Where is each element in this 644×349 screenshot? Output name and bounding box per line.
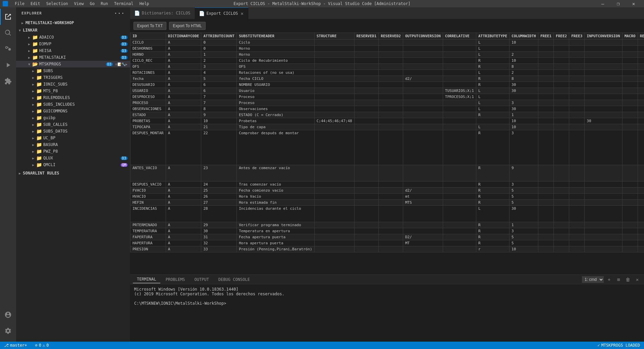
export-txt-button[interactable]: Export To TXT [133, 22, 166, 30]
sidebar-item-basura[interactable]: ▶ 📁 BASURA [16, 141, 130, 148]
menu-go[interactable]: Go [87, 1, 97, 6]
tab-close-button[interactable]: ✕ [240, 10, 244, 17]
cell-8-13 [569, 88, 585, 94]
cell-25-14 [585, 240, 622, 246]
workspace-header[interactable]: ▶ METALSTALKI-WORKSHOP [16, 19, 130, 27]
sidebar-item-subs[interactable]: ▶ 📁 SUBS [16, 67, 130, 74]
sidebar-item-qmcli[interactable]: ▶ 📁 QMCLI QM [16, 161, 130, 168]
tab-export-label: Export CICLOS [207, 11, 238, 16]
close-button[interactable]: ✕ [626, 0, 641, 7]
menu-help[interactable]: Help [137, 1, 152, 6]
terminal-content[interactable]: Microsoft Windows [Versión 10.0.18363.14… [130, 284, 644, 342]
sidebar-item-adaico[interactable]: ▶ 📁 ADAICO D3 [16, 34, 130, 41]
sidebar-item-triggers[interactable]: ▶ 📁 TRIGGERS [16, 74, 130, 81]
cell-11-2: 8 [201, 106, 237, 112]
cell-7-3: NOMBRE USUARIO [237, 82, 315, 88]
sidebar-item-subs-datos[interactable]: ▶ 📁 SUBS_DATOS [16, 128, 130, 135]
maximize-button[interactable]: ❐ [610, 0, 626, 7]
cell-24-14 [585, 234, 622, 240]
cell-19-8 [443, 194, 476, 200]
sidebar-item-qlux[interactable]: ▶ 📁 QLUX D3 [16, 155, 130, 161]
sidebar-item-rulemodules[interactable]: ▶ 📁 RULEMODULES [16, 94, 130, 101]
activity-source-control[interactable] [0, 41, 16, 57]
activity-accounts[interactable] [0, 307, 16, 323]
sidebar-item-ionic-subs[interactable]: ▶ 📁 IONIC_SUBS [16, 81, 130, 88]
cell-14-11 [538, 124, 553, 130]
cell-17-3: Tras comenzar vacío [237, 182, 315, 188]
section-sonarlint-header[interactable]: ▶ SONARLINT RULES [16, 169, 130, 177]
menu-run[interactable]: Run [98, 1, 111, 6]
terminal-close-button[interactable]: ✕ [633, 276, 641, 284]
activity-bottom [0, 307, 16, 342]
title-bar: File Edit Selection View Go Run Terminal… [0, 0, 644, 7]
menu-edit[interactable]: Edit [28, 1, 43, 6]
status-branch[interactable]: ⎇ master+ [3, 343, 29, 348]
sidebar-item-guibp[interactable]: ▶ 📁 guibp [16, 114, 130, 121]
cell-26-15 [622, 246, 638, 252]
terminal-split-button[interactable]: ⊞ [614, 276, 623, 284]
sidebar-item-metalstalki[interactable]: ▶ 📁 METALSTALKI D3 [16, 54, 130, 61]
cell-4-12 [554, 64, 569, 70]
status-errors[interactable]: ⊘ 0 ⚠ 0 [34, 343, 50, 348]
cell-23-12 [554, 228, 569, 234]
cell-2-5 [354, 52, 379, 58]
cell-24-9: R [476, 234, 509, 240]
sidebar-item-heisa[interactable]: ▶ 📁 HEISA D3 [16, 47, 130, 54]
terminal-tab-problems[interactable]: PROBLEMS [162, 276, 189, 283]
cell-24-4 [314, 234, 354, 240]
cell-15-10: 3 [509, 130, 538, 165]
cell-9-15 [622, 94, 638, 100]
cell-10-5 [354, 100, 379, 106]
terminal-trash-button[interactable]: 🗑 [624, 276, 632, 284]
status-mtskprogs[interactable]: ✓ MTSKPROGS LOADED [596, 343, 641, 348]
adaico-chevron: ▶ [28, 36, 30, 39]
sidebar-item-sub-calles[interactable]: ▶ 📁 SUB_CALLES [16, 121, 130, 128]
cell-1-0: DESHORNOS [130, 46, 166, 52]
activity-search[interactable] [0, 25, 16, 41]
menu-selection[interactable]: Selection [44, 1, 71, 6]
terminal-add-button[interactable]: + [605, 276, 613, 284]
cell-17-15 [622, 182, 638, 188]
cell-12-14 [585, 112, 622, 118]
sidebar-item-d3mvp[interactable]: ▶ 📁 D3MVP D3 [16, 41, 130, 47]
terminal-tab-output[interactable]: OUTPUT [191, 276, 213, 283]
tab-export[interactable]: 📄 Export CICLOS ✕ [195, 7, 249, 19]
cell-20-2: 27 [201, 200, 237, 206]
cell-12-13 [569, 112, 585, 118]
sidebar-item-label: METALSTALKI [39, 55, 66, 60]
cell-7-6 [379, 82, 403, 88]
sidebar-item-guicommons[interactable]: ▶ 📁 GUICOMMONS [16, 108, 130, 114]
sidebar-item-subs-includes[interactable]: ▶ 📁 SUBS_INCLUDES [16, 101, 130, 108]
section-linkar-header[interactable]: ▼ LINKAR [16, 27, 130, 34]
cell-16-16 [638, 165, 644, 182]
activity-extensions[interactable] [0, 73, 16, 89]
cell-9-10 [509, 94, 538, 100]
folder-icon: 📁 [36, 108, 42, 114]
folder-icon: 📁 [36, 149, 42, 154]
table-container[interactable]: ID DICTIONARYCODE ATTRIBUTECOUNT SUBSTIT… [130, 33, 644, 275]
sidebar-item-mtskprogs[interactable]: ▼ 📂 MTSKPROGS D3 ⚙📝🔧▶ [16, 61, 130, 67]
sidebar-item-pwz-p8[interactable]: ▶ 📁 PWZ_P8 [16, 148, 130, 155]
terminal-tab-debug[interactable]: DEBUG CONSOLE [214, 276, 254, 283]
minimize-button[interactable]: — [595, 0, 610, 7]
terminal-tab-terminal[interactable]: TERMINAL [133, 276, 160, 283]
cell-6-1: A [166, 76, 201, 82]
menu-terminal[interactable]: Terminal [111, 1, 136, 6]
sidebar-more-button[interactable]: ··· [114, 10, 125, 16]
export-html-button[interactable]: Export To HTML [169, 22, 205, 30]
sidebar-item-uc-bp[interactable]: ▶ 📁 UC_BP [16, 135, 130, 141]
activity-settings[interactable] [0, 323, 16, 339]
cell-23-6 [379, 228, 403, 234]
main-layout: EXPLORER ··· ▶ METALSTALKI-WORKSHOP ▼ LI… [0, 7, 644, 342]
check-icon: ✓ [597, 343, 600, 348]
terminal-shell-select[interactable]: 1: cmd [582, 276, 604, 283]
cell-5-16 [638, 70, 644, 76]
menu-file[interactable]: File [12, 1, 27, 6]
sidebar-item-label: QMCLI [43, 162, 55, 167]
tab-dictionaries[interactable]: 📄 Dictionaries: CICLOS [130, 7, 195, 19]
activity-run-debug[interactable] [0, 57, 16, 73]
activity-explorer[interactable] [0, 9, 16, 25]
sidebar-item-mts-p8[interactable]: ▶ 📁 MTS_P8 [16, 88, 130, 94]
cell-5-8 [443, 70, 476, 76]
menu-view[interactable]: View [71, 1, 87, 6]
